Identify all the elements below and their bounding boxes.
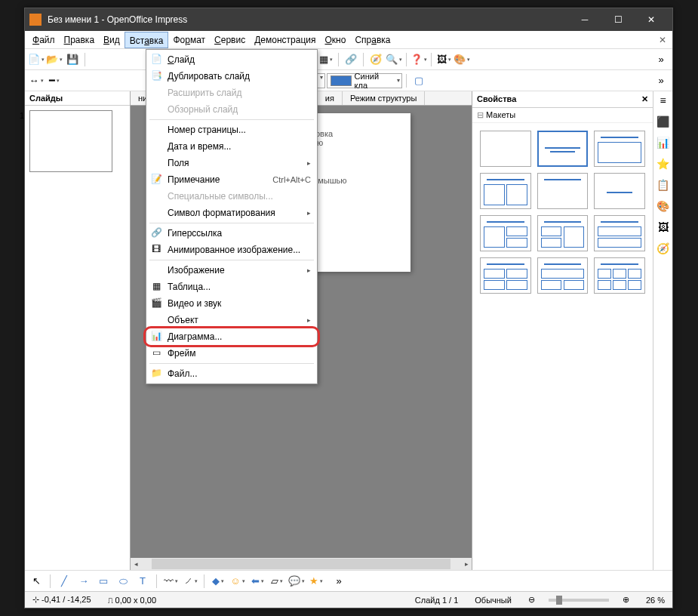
curve-tool[interactable]: 〰 [162,573,179,590]
arrow-style-button[interactable]: ↔ [28,72,45,89]
menu-item[interactable]: 📑Дублировать слайд [146,68,317,85]
fill-color-select[interactable]: Синий кла [327,73,402,88]
scroll-right-icon[interactable]: ▸ [461,560,472,568]
navigator-button[interactable]: 🧭 [367,51,384,68]
sidebar-transition-icon[interactable]: 📋 [656,179,671,194]
menu-item-label: Фрейм [168,348,311,359]
zoom-out-icon[interactable]: ⊖ [525,595,538,605]
sidebar-animation-icon[interactable]: ⭐ [656,158,671,173]
scroll-left-icon[interactable]: ◂ [131,560,141,568]
menu-window[interactable]: Окно [320,32,350,48]
maximize-button[interactable]: ☐ [601,8,635,31]
layout-hsplit[interactable] [594,215,645,251]
menu-item[interactable]: Объект [146,312,317,328]
tab-notes[interactable]: ия [318,91,343,105]
callout-tool[interactable]: 💬 [288,573,305,590]
tab-handout[interactable]: Режим структуры [343,91,426,105]
layout-2row[interactable] [480,215,531,251]
layout-title-only[interactable] [537,173,589,209]
menu-item[interactable]: Дата и время... [146,138,317,155]
layout-6box[interactable] [594,257,645,294]
menu-item[interactable]: 📄Слайд [146,51,317,68]
menu-item[interactable]: 📝ПримечаниеCtrl+Alt+C [146,171,317,188]
menu-item[interactable]: Символ форматирования [146,205,317,221]
layout-blank[interactable] [480,131,531,167]
connector-tool[interactable]: ⟋ [182,573,198,590]
minimize-button[interactable]: ─ [568,8,601,31]
menu-format[interactable]: Формат [168,32,210,48]
toolbar-more-icon[interactable]: » [653,51,669,68]
sidebar-gallery-icon[interactable]: 🖼 [656,221,671,236]
shadow-button[interactable]: ▢ [410,72,427,89]
zoom-in-icon[interactable]: ⊕ [620,595,632,605]
text-tool[interactable]: T [134,573,151,590]
block-arrows-tool[interactable]: ⬅ [249,573,266,590]
line-tool[interactable]: ╱ [56,573,72,590]
toolbar2-more-icon[interactable]: » [653,72,669,89]
line-style-button[interactable]: ━ [46,72,63,89]
menubar: Файл Правка Вид Вставка Формат Сервис Де… [25,31,672,49]
table-button[interactable]: ▦ [318,51,334,68]
zoom-slider[interactable] [549,599,609,602]
new-button[interactable]: 📄 [28,51,45,68]
layout-b1[interactable] [537,257,589,294]
ellipse-tool[interactable]: ⬭ [115,573,131,590]
menu-insert[interactable]: Вставка [125,32,169,48]
basic-shapes-tool[interactable]: ◆ [210,573,226,590]
hyperlink-button[interactable]: 🔗 [343,51,359,68]
sidebar-more-icon[interactable]: ≡ [656,94,671,109]
layout-centered[interactable] [594,173,645,209]
menu-file[interactable]: Файл [28,32,60,48]
menu-item-label: Таблица... [168,282,311,292]
sidebar-navigator-icon[interactable]: 🧭 [656,242,671,257]
help-button[interactable]: ❓ [410,51,427,68]
slide-insert-button[interactable]: 🖼 [435,51,452,68]
menu-view[interactable]: Вид [99,32,125,48]
menu-item-label: Файл... [168,368,311,379]
stars-tool[interactable]: ★ [308,573,324,590]
sidebar-styles-icon[interactable]: 🎨 [656,200,671,215]
save-button[interactable]: 💾 [64,51,81,68]
menu-help[interactable]: Справка [350,32,395,48]
menu-item[interactable]: ▦Таблица... [146,279,317,295]
zoom-button[interactable]: 🔍 [386,51,402,68]
menu-item[interactable]: 🎬Видео и звук [146,295,317,312]
slide-thumb-1[interactable]: 1 [29,110,112,172]
menu-item[interactable]: 🔗Гиперссылка [146,225,317,242]
menu-item-icon: 🎞 [149,244,163,256]
layouts-section-header[interactable]: Макеты [472,108,653,123]
menu-item[interactable]: Номер страницы... [146,122,317,138]
layouts-grid [472,123,653,301]
menu-item[interactable]: Изображение [146,262,317,279]
arrow-tool[interactable]: → [75,573,92,590]
sidebar-master-icon[interactable]: 📊 [656,137,671,152]
layout-2col[interactable] [480,173,531,209]
select-tool[interactable]: ↖ [28,573,45,590]
menu-item[interactable]: 🎞Анимированное изображение... [146,242,317,258]
hscrollbar[interactable]: ◂ ▸ [131,558,472,570]
close-menubar-icon[interactable]: ✕ [656,35,669,45]
close-properties-icon[interactable]: ✕ [641,94,648,104]
menu-item-label: Обзорный слайд [168,104,311,115]
menu-item[interactable]: ▭Фрейм [146,345,317,362]
menu-tools[interactable]: Сервис [210,32,250,48]
menu-item-label: Дублировать слайд [168,71,311,82]
menu-item[interactable]: 📊Диаграмма... [146,328,317,345]
menu-item[interactable]: Поля [146,155,317,171]
layout-title[interactable] [537,131,589,167]
layout-content[interactable] [594,131,645,167]
menu-edit[interactable]: Правка [60,32,100,48]
close-button[interactable]: ✕ [635,8,668,31]
drawbar-more-icon[interactable]: » [331,573,347,590]
rect-tool[interactable]: ▭ [95,573,112,590]
slide-design-button[interactable]: 🎨 [454,51,470,68]
menu-item[interactable]: 📁Файл... [146,365,317,382]
sidebar-properties-icon[interactable]: ⬛ [656,116,671,131]
flowchart-tool[interactable]: ▱ [269,573,285,590]
open-button[interactable]: 📂 [46,51,63,68]
menu-slideshow[interactable]: Демонстрация [250,32,320,48]
layout-4box[interactable] [480,257,531,294]
layout-l[interactable] [537,215,589,251]
status-zoom[interactable]: 26 % [643,596,668,605]
symbol-shapes-tool[interactable]: ☺ [229,573,246,590]
